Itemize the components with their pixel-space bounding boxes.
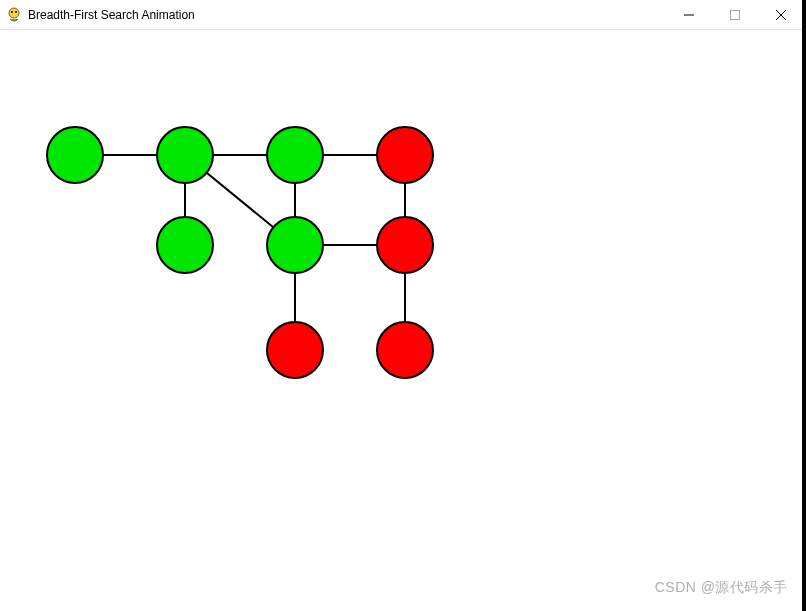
canvas-area [0, 30, 800, 610]
svg-point-0 [9, 8, 19, 18]
titlebar: Breadth-First Search Animation [0, 0, 806, 30]
minimize-icon [684, 10, 694, 20]
graph-canvas [0, 30, 800, 610]
close-button[interactable] [758, 0, 804, 30]
svg-point-1 [11, 11, 13, 13]
graph-node [267, 322, 323, 378]
maximize-button[interactable] [712, 0, 758, 30]
graph-node [377, 322, 433, 378]
scrollbar-edge [802, 0, 806, 611]
graph-node [157, 217, 213, 273]
window-controls [666, 0, 804, 29]
graph-node [267, 217, 323, 273]
window-title: Breadth-First Search Animation [28, 8, 666, 22]
close-icon [776, 10, 786, 20]
graph-node [377, 127, 433, 183]
app-icon [6, 7, 22, 23]
minimize-button[interactable] [666, 0, 712, 30]
graph-node [377, 217, 433, 273]
graph-node [267, 127, 323, 183]
svg-rect-4 [731, 11, 740, 20]
maximize-icon [730, 10, 740, 20]
svg-point-2 [15, 11, 17, 13]
graph-node [157, 127, 213, 183]
graph-node [47, 127, 103, 183]
